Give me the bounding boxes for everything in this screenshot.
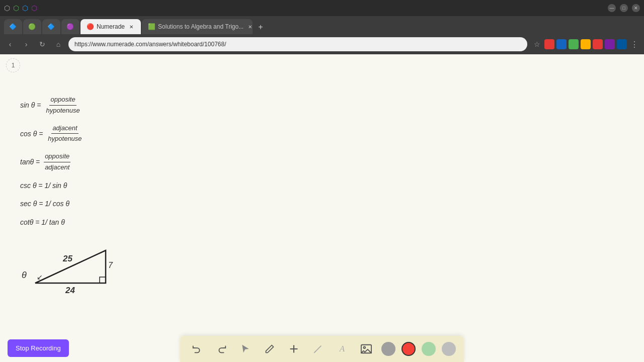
theta-label: θ — [22, 270, 27, 280]
title-bar-icons: ⬡ ⬡ ⬡ ⬡ — [4, 4, 37, 12]
close-button[interactable]: ✕ — [632, 4, 640, 12]
fraction-sin: opposite hypotenuse — [45, 95, 80, 116]
triangle-svg: θ ↙ 25 7 24 — [8, 235, 128, 301]
title-bar: ⬡ ⬡ ⬡ ⬡ — □ ✕ — [0, 0, 644, 16]
svg-line-3 — [314, 351, 316, 353]
select-tool-button[interactable] — [236, 340, 255, 358]
redo-button[interactable] — [212, 340, 230, 358]
address-bar: ‹ › ↻ ⌂ ☆ ⋮ — [0, 34, 644, 54]
tab-solutions-label: Solutions to Algebra and Trigo... — [158, 23, 244, 30]
color-gray[interactable] — [381, 342, 395, 356]
color-green[interactable] — [422, 342, 436, 356]
fraction-tan-num: opposite — [44, 151, 70, 162]
fraction-sin-den: hypotenuse — [45, 106, 80, 116]
forward-button[interactable]: › — [20, 38, 32, 50]
minimize-button[interactable]: — — [608, 4, 616, 12]
extension-icon-5[interactable] — [593, 39, 603, 49]
extension-icon-6[interactable] — [605, 39, 615, 49]
formula-csc: csc θ = 1/ sin θ — [20, 180, 84, 191]
formula-tan: tanθ = opposite adjacent — [20, 151, 84, 173]
text-tool-button[interactable]: A — [333, 340, 351, 358]
angle-mark: ↙ — [37, 273, 43, 281]
tab-numerade-label: Numerade — [97, 23, 125, 30]
toolbar: A — [180, 336, 464, 362]
formula-cot: cotθ = 1/ tan θ — [20, 217, 84, 228]
color-red[interactable] — [401, 342, 416, 356]
fraction-cos-den: hypotenuse — [47, 134, 83, 144]
tab-1[interactable]: 🔷 — [4, 19, 22, 34]
add-button[interactable] — [285, 340, 303, 358]
formula-sin: sin θ = opposite hypotenuse — [20, 95, 84, 116]
menu-icon[interactable]: ⋮ — [629, 39, 640, 50]
opposite-label: 7 — [108, 261, 113, 269]
extension-icon-7[interactable] — [617, 39, 627, 49]
stop-recording-button[interactable]: Stop Recording — [8, 339, 69, 357]
formula-cos-prefix: cos θ = — [20, 128, 43, 139]
tab-3[interactable]: 🔷 — [42, 19, 60, 34]
maximize-button[interactable]: □ — [620, 4, 628, 12]
svg-line-2 — [315, 346, 321, 352]
pen-tool-button[interactable] — [261, 340, 279, 358]
back-button[interactable]: ‹ — [4, 38, 16, 50]
fraction-tan-den: adjacent — [44, 162, 70, 173]
formula-tan-prefix: tanθ = — [20, 156, 40, 167]
tab-numerade-close[interactable]: ✕ — [128, 23, 135, 30]
tab-numerade[interactable]: 🔴 Numerade ✕ — [80, 19, 141, 34]
page-number: 1 — [6, 58, 20, 72]
fraction-tan: opposite adjacent — [44, 151, 70, 173]
formula-sin-prefix: sin θ = — [20, 100, 41, 111]
triangle-area: θ ↙ 25 7 24 — [8, 235, 128, 303]
formula-cot-text: cotθ = 1/ tan θ — [20, 217, 65, 228]
formula-sec: sec θ = 1/ cos θ — [20, 198, 84, 209]
svg-point-5 — [364, 346, 366, 348]
image-button[interactable] — [357, 340, 375, 358]
new-tab-button[interactable]: + — [254, 20, 268, 34]
extension-icon-2[interactable] — [556, 39, 567, 49]
browser-actions: ☆ ⋮ — [531, 39, 640, 50]
formula-sec-text: sec θ = 1/ cos θ — [20, 198, 69, 209]
tab-bar: 🔷 🟢 🔷 🟣 🔴 Numerade ✕ 🟩 Solutions to Alge… — [0, 16, 644, 34]
window-controls: — □ ✕ — [608, 4, 640, 12]
tab-solutions[interactable]: 🟩 Solutions to Algebra and Trigo... ✕ — [142, 19, 253, 34]
tab-numerade-favicon: 🔴 — [87, 23, 94, 30]
fraction-sin-num: opposite — [49, 95, 76, 106]
hypotenuse-label: 25 — [62, 254, 72, 263]
fraction-cos-num: adjacent — [51, 123, 78, 134]
tab-solutions-close[interactable]: ✕ — [247, 23, 253, 30]
undo-button[interactable] — [188, 340, 206, 358]
formula-cos: cos θ = adjacent hypotenuse — [20, 123, 84, 145]
tab-4[interactable]: 🟣 — [61, 19, 79, 34]
fraction-cos: adjacent hypotenuse — [47, 123, 83, 145]
extension-icon-1[interactable] — [544, 39, 554, 49]
formula-csc-text: csc θ = 1/ sin θ — [20, 180, 67, 191]
extension-icon-4[interactable] — [581, 39, 591, 49]
tab-2[interactable]: 🟢 — [23, 19, 41, 34]
browser-window: ⬡ ⬡ ⬡ ⬡ — □ ✕ 🔷 🟢 🔷 🟣 🔴 Numerade ✕ — [0, 0, 644, 362]
home-button[interactable]: ⌂ — [52, 38, 64, 50]
highlight-button[interactable] — [309, 340, 327, 358]
color-light-gray[interactable] — [442, 342, 456, 356]
tab-solutions-favicon: 🟩 — [148, 23, 155, 30]
extension-icon-3[interactable] — [569, 39, 579, 49]
star-icon[interactable]: ☆ — [531, 39, 542, 50]
formulas-area: sin θ = opposite hypotenuse cos θ = adja… — [20, 95, 84, 235]
adjacent-label: 24 — [65, 286, 75, 295]
right-angle-marker — [100, 277, 106, 283]
reload-button[interactable]: ↻ — [36, 38, 48, 50]
content-area: 1 sin θ = opposite hypotenuse cos θ = ad… — [0, 54, 644, 362]
address-input[interactable] — [68, 37, 527, 51]
